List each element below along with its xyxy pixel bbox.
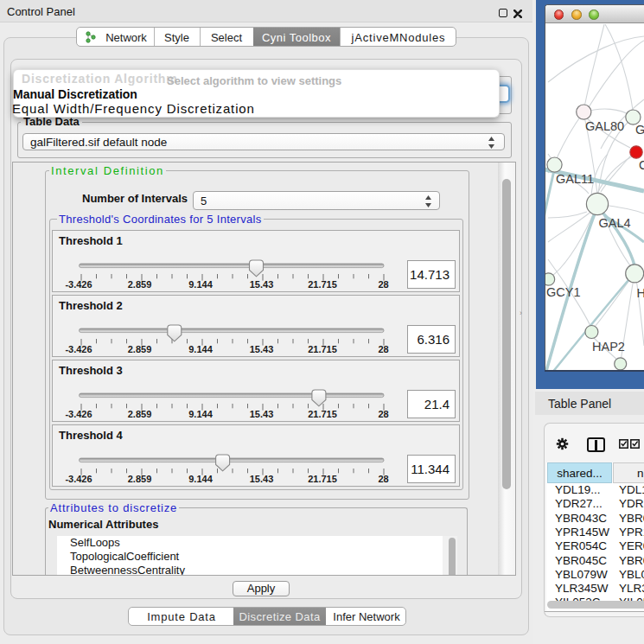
svg-text:9.144: 9.144 (188, 474, 213, 484)
svg-text:-3.426: -3.426 (65, 409, 92, 419)
svg-text:-3.426: -3.426 (65, 344, 92, 354)
svg-text:21.715: 21.715 (308, 474, 337, 484)
svg-text:28: 28 (378, 279, 388, 290)
svg-text:GAL11: GAL11 (556, 172, 594, 186)
svg-text:HAP2: HAP2 (592, 340, 625, 354)
svg-text:GCY1: GCY1 (546, 285, 581, 299)
svg-text:GA: GA (635, 123, 644, 137)
svg-text:28: 28 (378, 344, 388, 354)
svg-text:C: C (639, 158, 644, 172)
svg-text:H: H (637, 286, 644, 300)
svg-text:9.144: 9.144 (188, 279, 213, 290)
svg-text:2.859: 2.859 (128, 344, 152, 354)
svg-text:15.43: 15.43 (250, 344, 274, 354)
svg-text:9.144: 9.144 (188, 344, 213, 354)
svg-text:2.859: 2.859 (128, 409, 152, 419)
svg-text:GAL4: GAL4 (599, 216, 631, 230)
svg-text:15.43: 15.43 (250, 279, 274, 290)
svg-text:28: 28 (378, 409, 388, 419)
svg-text:28: 28 (378, 474, 388, 484)
svg-text:-3.426: -3.426 (65, 474, 92, 484)
svg-text:21.715: 21.715 (308, 409, 337, 419)
svg-text:9.144: 9.144 (188, 409, 213, 419)
svg-text:2.859: 2.859 (128, 474, 152, 484)
svg-text:21.715: 21.715 (308, 344, 337, 354)
svg-text:GAL80: GAL80 (585, 119, 624, 133)
svg-text:2.859: 2.859 (128, 279, 152, 290)
svg-text:15.43: 15.43 (250, 474, 274, 484)
svg-text:-3.426: -3.426 (65, 279, 92, 290)
svg-text:15.43: 15.43 (250, 409, 274, 419)
svg-text:21.715: 21.715 (308, 279, 337, 290)
